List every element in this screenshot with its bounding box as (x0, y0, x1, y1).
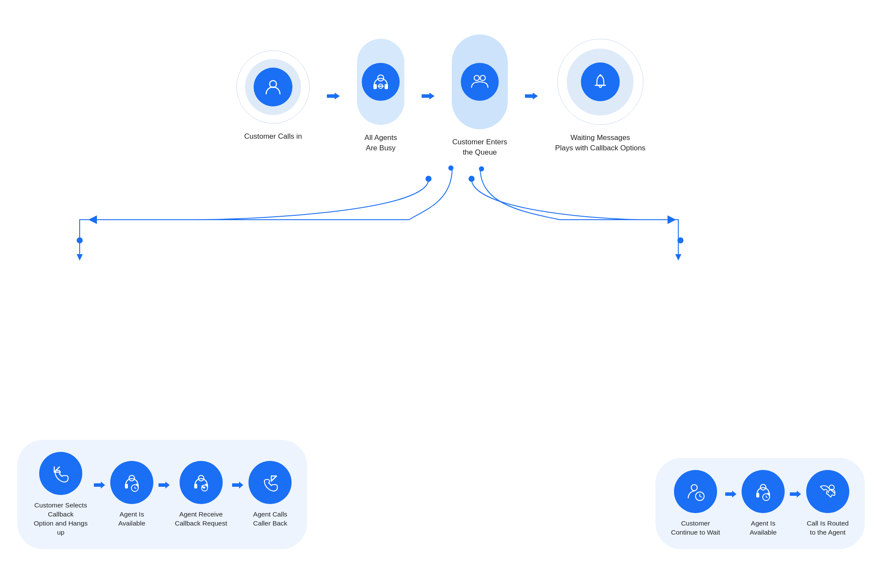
arrow-icon-f2 (158, 481, 170, 489)
svg-point-3 (677, 237, 683, 243)
phone-outgoing-icon (260, 473, 280, 492)
flow-circle-7 (806, 470, 849, 513)
node-label-waiting-messages: Waiting MessagesPlays with Callback Opti… (555, 133, 646, 153)
svg-line-45 (766, 497, 767, 498)
flow-circle-5 (674, 470, 717, 513)
flow-node-call-routed: Call Is Routedto the Agent (806, 470, 849, 537)
flow-node-agent-receive-callback: Agent ReceiveCallback Request (175, 461, 227, 528)
svg-marker-7 (327, 93, 340, 100)
svg-rect-41 (756, 493, 759, 498)
arrow-2 (422, 92, 435, 100)
svg-point-6 (270, 81, 276, 87)
svg-marker-1 (88, 215, 97, 224)
flow-circle-6 (742, 470, 785, 513)
arrow-icon-3 (525, 92, 538, 100)
headset-clock-icon-1 (122, 473, 142, 492)
svg-line-27 (135, 488, 136, 488)
flow-label-agent-available-2: Agent IsAvailable (750, 519, 777, 537)
flow-arrow-3 (232, 480, 243, 509)
arrow-icon-1 (327, 92, 340, 100)
flow-node-agent-available-2: Agent IsAvailable (742, 470, 785, 537)
svg-marker-39 (725, 491, 736, 498)
person-icon (264, 78, 283, 96)
arrow-3 (525, 92, 538, 100)
circle-inner-bell (581, 62, 620, 101)
svg-point-49 (425, 176, 432, 182)
flow-label-agent-calls-back: Agent CallsCaller Back (253, 510, 287, 528)
arrow-icon-f5 (790, 490, 801, 498)
arrow-icon-2 (422, 92, 435, 100)
node-label-customer-enters-queue: Customer Entersthe Queue (452, 137, 507, 158)
flow-node-agent-available-1: Agent IsAvailable (110, 461, 153, 528)
pill-inner-1 (362, 63, 400, 101)
svg-point-2 (77, 237, 83, 243)
headset-clock-icon-2 (753, 482, 773, 501)
group-icon (470, 72, 490, 92)
circle-mid-1 (245, 59, 301, 115)
svg-rect-23 (125, 484, 128, 488)
arrow-icon-f3 (232, 481, 243, 489)
svg-line-34 (271, 476, 276, 481)
pill-inner-2 (461, 63, 499, 101)
flow-label-call-routed: Call Is Routedto the Agent (807, 519, 848, 537)
svg-point-19 (599, 75, 601, 77)
svg-point-51 (469, 176, 475, 182)
top-row: Customer Calls in (0, 34, 882, 158)
node-customer-enters-queue: Customer Entersthe Queue (452, 34, 508, 158)
circle-outer-xl (557, 39, 643, 125)
svg-point-5 (479, 166, 484, 171)
svg-point-16 (480, 75, 485, 81)
svg-marker-17 (525, 93, 538, 100)
phone-incoming-icon (51, 464, 71, 483)
arrow-icon-f1 (94, 481, 105, 489)
flow-circle-3 (180, 461, 223, 504)
svg-rect-10 (385, 84, 388, 89)
node-all-agents-busy: All AgentsAre Busy (357, 39, 404, 153)
headset-minus-icon (371, 72, 391, 92)
svg-marker-33 (232, 482, 243, 488)
svg-marker-50 (675, 254, 681, 261)
svg-marker-48 (77, 254, 83, 261)
flow-group-right: CustomerContinue to Wait (655, 458, 865, 549)
flow-circle-2 (110, 461, 153, 504)
flow-arrow-5 (790, 489, 801, 518)
svg-rect-30 (194, 484, 197, 488)
headset-phone-icon (191, 473, 211, 492)
svg-marker-14 (422, 93, 435, 100)
svg-marker-46 (790, 491, 801, 498)
flow-node-customer-selects-callback: Customer Selects CallbackOption and Hang… (33, 452, 89, 537)
svg-marker-28 (158, 482, 170, 488)
flow-node-customer-continue-wait: CustomerContinue to Wait (671, 470, 720, 537)
circle-outer-1 (236, 50, 310, 124)
bell-icon (591, 72, 610, 91)
diagram-container: Customer Calls in (0, 0, 882, 588)
svg-marker-4 (668, 215, 676, 224)
circle-inner-1 (254, 68, 292, 106)
flow-node-agent-calls-back: Agent CallsCaller Back (248, 461, 292, 528)
svg-marker-21 (94, 482, 105, 488)
flow-circle-4 (248, 461, 292, 504)
node-label-customer-calls-in: Customer Calls in (244, 131, 302, 142)
flow-group-left: Customer Selects CallbackOption and Hang… (17, 440, 307, 549)
flow-label-agent-available-1: Agent IsAvailable (118, 510, 146, 528)
svg-point-15 (474, 75, 479, 81)
arrow-1 (327, 92, 340, 100)
phone-person-icon (818, 482, 838, 501)
node-label-all-agents-busy: All AgentsAre Busy (364, 133, 397, 153)
person-clock-icon (686, 482, 705, 501)
node-waiting-messages: Waiting MessagesPlays with Callback Opti… (555, 39, 646, 153)
circle-mid-xl (567, 49, 634, 115)
flow-label-customer-continue-wait: CustomerContinue to Wait (671, 519, 720, 537)
pill-outer-1 (357, 39, 404, 125)
svg-point-35 (691, 485, 697, 491)
flow-arrow-4 (725, 489, 736, 518)
svg-point-0 (448, 165, 453, 171)
flow-label-customer-selects-callback: Customer Selects CallbackOption and Hang… (33, 501, 89, 537)
flow-circle-1 (39, 452, 82, 495)
svg-rect-9 (373, 84, 377, 89)
pill-outer-2 (452, 34, 508, 129)
bottom-right-section: CustomerContinue to Wait (655, 458, 865, 549)
flow-arrow-1 (94, 480, 105, 509)
flow-label-agent-receive-callback: Agent ReceiveCallback Request (175, 510, 227, 528)
arrow-icon-f4 (725, 490, 736, 498)
